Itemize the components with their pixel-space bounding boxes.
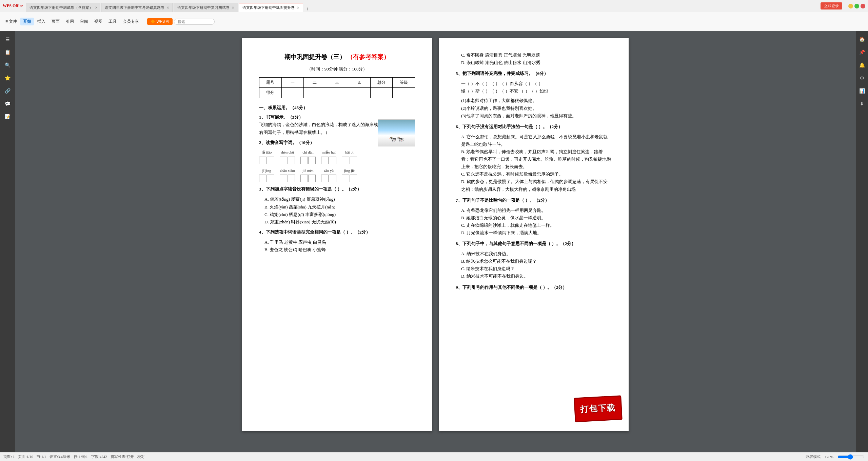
tab-close-1[interactable]: ✕ (95, 6, 98, 9)
tab-close-3[interactable]: ✕ (232, 6, 234, 9)
q5-sub-1: (1)李老师对待工作，大家都很敬佩他。 (461, 97, 612, 104)
char-box (329, 175, 336, 182)
ribbon-start[interactable]: 开始 (20, 18, 34, 25)
right-icon-1[interactable]: 🏠 (856, 34, 867, 45)
char-box (321, 175, 329, 182)
ribbon-insert[interactable]: 插入 (35, 18, 48, 25)
q3-option-c: C. 鸡笼(chú) 栖息(qī) 丰富多彩(qióng) (264, 211, 415, 218)
window-controls (848, 4, 865, 8)
tab-4[interactable]: 语文四年级下册期中巩固提升卷 ✕ (239, 3, 303, 12)
tab-3[interactable]: 语文四年级下册期中复习测试卷 ✕ (174, 3, 238, 12)
q3-option-b: B. 火焰(yàn) 蔬菜(shā) 九天揽月(nǎn) (264, 203, 415, 211)
pinyin-word-5: kāi pì (342, 149, 357, 164)
pinyin-word-1: lǎ jiāo (259, 149, 274, 164)
subtitle: （时间：90分钟 满分：100分） (259, 65, 415, 73)
char-box (321, 157, 329, 164)
char-box (342, 175, 349, 182)
tab-2[interactable]: 语文四年级下册期中常考易错真题卷 ✕ (101, 3, 173, 12)
ribbon-tools[interactable]: 工具 (106, 18, 119, 25)
maximize-button[interactable] (854, 4, 859, 8)
right-icon-5[interactable]: 📊 (856, 85, 867, 96)
ribbon-review[interactable]: 审阅 (77, 18, 91, 25)
title-bar: WPS Office 语文四年级下册期中测试卷（含答案） ✕ 语文四年级下册期中… (0, 0, 868, 12)
pinyin-word-3: chī dùn (300, 149, 316, 164)
sidebar-icon-4[interactable]: ⭐ (2, 73, 13, 83)
q4-option-c: C. 奇不顾身 眉清目秀 正气凛然 光明磊落 (461, 52, 612, 59)
char-box (267, 175, 274, 182)
table-cell-2 (304, 88, 326, 98)
pinyin-row-2: jī jǐng zhāo xiǎo jiě mèn (259, 167, 415, 182)
pinyin-row-1: lǎ jiāo shèn chū chī dùn (259, 149, 415, 164)
q7-option-a: A. 有些恐龙像它们的祖先一样用两足奔跑。 (461, 207, 612, 214)
char-box (259, 175, 267, 182)
ribbon-vip[interactable]: 会员专享 (120, 18, 142, 25)
login-button[interactable]: 立即登录 (821, 2, 842, 9)
close-button[interactable] (861, 4, 865, 8)
pages-container: 期中巩固提升卷（三） （有参考答案） （时间：90分钟 满分：100分） 题号 … (15, 31, 856, 452)
char-box (350, 175, 357, 182)
char-box (300, 175, 308, 182)
ribbon-menu: ≡ 文件 开始 插入 页面 引用 审阅 视图 工具 会员专享 (3, 18, 142, 25)
q4-option-b: B. 变色龙 铁公鸡 哈巴狗 小蜜蜂 (264, 246, 415, 254)
char-box (288, 175, 295, 182)
sidebar-icon-5[interactable]: 🔗 (2, 85, 13, 96)
question-9: 9、下列引号的作用与其他不同类的一项是（ ）。（2分） (456, 284, 612, 291)
main-area: ☰ 📋 🔍 ⭐ 🔗 💬 📝 期中巩固提升卷（三） （有参考答案） （时间：90分… (0, 31, 868, 452)
sidebar-icon-2[interactable]: 📋 (2, 47, 13, 58)
char-box (267, 157, 274, 164)
table-header-5: 总分 (370, 77, 393, 88)
add-tab-button[interactable]: + (304, 6, 311, 12)
char-box (300, 157, 308, 164)
right-icon-2[interactable]: 📌 (856, 47, 867, 58)
right-icon-4[interactable]: ⚙ (856, 73, 867, 83)
pinyin-word-4: miǎo huì (321, 149, 336, 164)
table-header-6: 等级 (393, 77, 415, 88)
ribbon-file[interactable]: ≡ 文件 (3, 18, 20, 25)
ribbon-ref[interactable]: 引用 (63, 18, 77, 25)
q3-option-a: A. 倘若(tǒng) 屡蓄(jī) 屏息凝神(bǐng) (264, 196, 415, 203)
status-proofread[interactable]: 校对 (137, 454, 145, 459)
question-4: 4、下列选项中词语类型完全相同的一项是（ ）。（2分） (259, 228, 415, 236)
tab-1[interactable]: 语文四年级下册期中测试卷（含答案） ✕ (26, 3, 100, 12)
search-input[interactable] (174, 19, 215, 25)
status-pageof: 页面:1/10 (18, 454, 33, 459)
right-icon-3[interactable]: 🔔 (856, 60, 867, 71)
q5-sub-3: (3)他拿了同桌的东西，面对老师严厉的眼神，他显得有些。 (461, 112, 612, 120)
sidebar-icon-3[interactable]: 🔍 (2, 60, 13, 71)
char-box (288, 157, 295, 164)
sidebar-icon-1[interactable]: ☰ (2, 34, 13, 45)
status-right: 兼容模式 120% (806, 454, 865, 460)
q7-option-d: D. 月光像流水一样倾泻下来，洒满大地。 (461, 229, 612, 237)
ribbon-view[interactable]: 视图 (92, 18, 105, 25)
scenery-image: 🐄🐄 (378, 119, 415, 146)
q5-blank-1: 一（ ）不（ ）（ ）（ ）而从容（ ）（ ） (461, 80, 612, 87)
status-spell: 拼写检查:打开 (111, 454, 134, 459)
q3-option-d: D. 郑重(zhèn) 叫嚣(xiāo) 无忧无虑(lǜ) (264, 218, 415, 226)
char-box (280, 157, 287, 164)
tab-close-4[interactable]: ✕ (297, 6, 299, 9)
sidebar-icon-7[interactable]: 📝 (2, 111, 13, 122)
tab-close-2[interactable]: ✕ (166, 6, 169, 9)
question-8: 8、下列句子中，与其他句子意思不同的一项是（ ）。（2分） (456, 240, 612, 247)
q6-option-a: A. 它什么都怕，总想藏起来。可是它又那么勇猛，不要说见着小虫和老鼠就是遇上蛇也… (461, 133, 612, 148)
table-header-4: 四 (348, 77, 371, 88)
table-header-0: 题号 (259, 77, 282, 88)
char-box (350, 157, 357, 164)
q5-blank-2: 慢（ ）斯（ ）（ ）（ ）不安 （ ）（ ）如也 (461, 87, 612, 95)
download-stamp[interactable]: 打包下载 (574, 395, 623, 422)
wps-ai-button[interactable]: 🔶 WPS AI (147, 18, 173, 25)
table-cell-5 (370, 88, 393, 98)
pinyin-word-7: zhāo xiǎo (280, 167, 295, 182)
q8-option-a: A. 纳米技术在我们身边。 (461, 250, 612, 258)
table-cell-4 (348, 88, 371, 98)
right-icon-6[interactable]: ⬇ (856, 98, 867, 109)
table-header-2: 二 (304, 77, 326, 88)
char-box (342, 157, 349, 164)
pinyin-word-9: zāo yù (321, 167, 336, 182)
sidebar-icon-6[interactable]: 💬 (2, 98, 13, 109)
ribbon-page[interactable]: 页面 (49, 18, 62, 25)
score-table: 题号 一 二 三 四 总分 等级 得分 (259, 77, 415, 98)
char-box (259, 157, 267, 164)
minimize-button[interactable] (848, 4, 853, 8)
zoom-slider[interactable] (837, 454, 865, 460)
